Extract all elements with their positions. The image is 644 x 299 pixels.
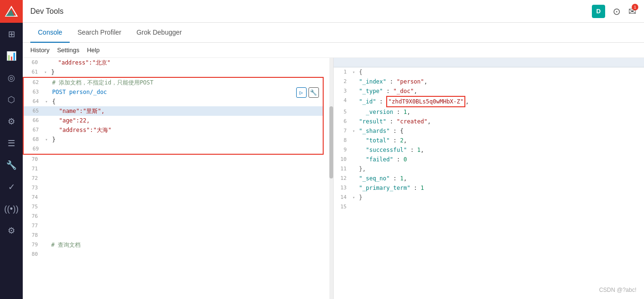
sidebar: ⊞ 📊 ◎ ⬡ ⚙ ☰ 🔧 ✓ ((•)) ⚙: [0, 0, 23, 299]
sidebar-icon-grid[interactable]: ⊞: [0, 24, 23, 45]
table-row: 75: [23, 202, 333, 212]
editor-actions: ▷ 🔧: [296, 87, 319, 98]
table-row: 9 "successful" : 1,: [334, 145, 644, 155]
response-panel: 1 ▾ { 2 "_index" : "person", 3 "_type" :…: [334, 58, 644, 299]
wrench-button[interactable]: 🔧: [308, 87, 319, 98]
table-row: 4 "_id" : "zhdT9X0BLs5q0wMHbX-Z",: [334, 96, 644, 107]
content-area: 60 "address":"北京" 61 ▾ } 62 # 添加文档，不指定id…: [23, 58, 644, 299]
avatar: D: [592, 5, 605, 18]
table-row: 72: [23, 174, 333, 183]
table-row: 60 "address":"北京": [23, 58, 333, 67]
scroll-thumb[interactable]: [329, 106, 333, 178]
table-row: 68 ▾ }: [23, 135, 324, 144]
table-row: 76: [23, 212, 333, 221]
app-title: Dev Tools: [30, 7, 63, 16]
tab-search-profiler[interactable]: Search Profiler: [70, 23, 129, 43]
help-icon[interactable]: ⊙: [613, 6, 621, 17]
sidebar-icon-check[interactable]: ✓: [0, 177, 23, 197]
table-row: 65 "name":"里斯",: [23, 106, 324, 116]
table-row: 5 _version : 1,: [334, 107, 644, 117]
table-row: 3 "_type" : "_doc",: [334, 86, 644, 96]
table-row: 74: [23, 193, 333, 202]
toolbar-history[interactable]: History: [30, 47, 49, 54]
table-row: 64 ▾ {: [23, 97, 324, 106]
toolbar-settings[interactable]: Settings: [57, 47, 79, 54]
run-button[interactable]: ▷: [296, 87, 307, 98]
table-row: 2 "_index" : "person",: [334, 77, 644, 86]
response-code[interactable]: 1 ▾ { 2 "_index" : "person", 3 "_type" :…: [334, 67, 644, 299]
svg-marker-1: [6, 9, 14, 16]
sidebar-icon-book[interactable]: ☰: [0, 133, 23, 154]
sidebar-icon-chart[interactable]: 📊: [0, 46, 23, 66]
sidebar-icon-gear[interactable]: ⚙: [0, 220, 23, 241]
table-row: 62 # 添加文档，不指定id，只能使用POST: [23, 77, 324, 87]
table-row: 10 "failed" : 0: [334, 155, 644, 164]
table-row: 11 },: [334, 164, 644, 174]
sidebar-icon-settings-circle[interactable]: ⚙: [0, 111, 23, 132]
table-row: 12 "_seq_no" : 1,: [334, 174, 644, 183]
table-row: 70: [23, 155, 333, 164]
table-row: 61 ▾ }: [23, 67, 333, 77]
table-row: 14 ▾ }: [334, 193, 644, 202]
scroll-track: [329, 58, 333, 299]
main-tabs: Console Search Profiler Grok Debugger: [23, 23, 644, 43]
watermark: CSDN @?abc!: [599, 287, 636, 293]
sidebar-icon-wifi[interactable]: ((•)): [0, 198, 23, 219]
table-row: 80: [23, 250, 333, 259]
table-row: 7 ▾ "_shards" : {: [334, 126, 644, 136]
user-avatar[interactable]: D: [592, 5, 605, 18]
table-row: 71: [23, 164, 333, 174]
tab-console[interactable]: Console: [30, 23, 70, 43]
table-row: 78: [23, 231, 333, 240]
sidebar-icon-wrench[interactable]: 🔧: [0, 155, 23, 176]
table-row: 66 "age":22,: [23, 116, 324, 125]
response-header: [334, 58, 644, 67]
secondary-toolbar: History Settings Help: [23, 43, 644, 58]
topbar: Dev Tools D ⊙ ✉ 1: [23, 0, 644, 23]
notification-icon[interactable]: ✉ 1: [628, 6, 636, 17]
sidebar-icon-location[interactable]: ◎: [0, 67, 23, 88]
table-row: 63 POST person/_doc ▷ 🔧: [23, 87, 324, 97]
table-row: 6 "result" : "created",: [334, 117, 644, 126]
sidebar-icon-layers[interactable]: ⬡: [0, 89, 23, 110]
table-row: 73: [23, 183, 333, 193]
table-row: 77: [23, 221, 333, 231]
code-editor[interactable]: 60 "address":"北京" 61 ▾ } 62 # 添加文档，不指定id…: [23, 58, 333, 299]
table-row: 8 "total" : 2,: [334, 136, 644, 145]
toolbar-help[interactable]: Help: [87, 47, 100, 54]
table-row: 79# 查询文档: [23, 240, 333, 250]
table-row: 67 "address":"大海": [23, 125, 324, 135]
editor-panel: 60 "address":"北京" 61 ▾ } 62 # 添加文档，不指定id…: [23, 58, 334, 299]
table-row: 13 "_primary_term" : 1: [334, 183, 644, 193]
tab-grok-debugger[interactable]: Grok Debugger: [129, 23, 190, 43]
notification-badge: 1: [632, 4, 638, 10]
kibana-logo-icon: [5, 5, 18, 18]
table-row: 15: [334, 202, 644, 212]
app-logo: [0, 0, 23, 23]
topbar-actions: D ⊙ ✉ 1: [592, 5, 636, 18]
main-area: Dev Tools D ⊙ ✉ 1 Console Search Profile…: [23, 0, 644, 299]
table-row: 1 ▾ {: [334, 67, 644, 77]
table-row: 69: [23, 144, 324, 155]
